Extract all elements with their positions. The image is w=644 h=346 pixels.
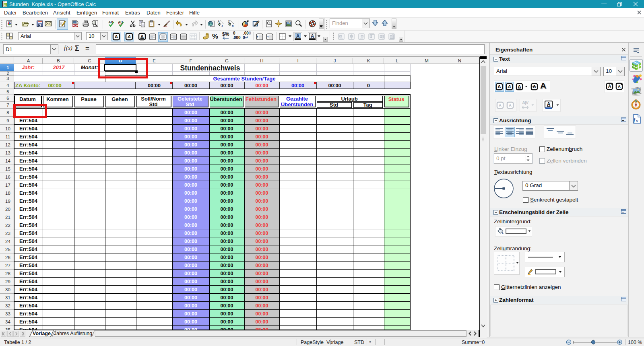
svg-text:00:00: 00:00 (184, 247, 197, 252)
svg-text:Gesammte Stunden/Tage: Gesammte Stunden/Tage (213, 76, 275, 82)
svg-text:Err:504: Err:504 (19, 142, 38, 148)
svg-text:00:00: 00:00 (256, 295, 268, 301)
svg-text:23: 23 (5, 231, 10, 236)
svg-text:00:00: 00:00 (184, 255, 197, 260)
svg-text:00:00: 00:00 (256, 166, 268, 172)
svg-text:8: 8 (6, 110, 9, 115)
svg-text:Err:504: Err:504 (19, 311, 38, 317)
svg-text:ZA Konto:: ZA Konto: (15, 82, 40, 89)
svg-text:L: L (396, 58, 398, 63)
svg-text:00:00: 00:00 (184, 214, 197, 220)
svg-text:00:00: 00:00 (184, 190, 197, 196)
svg-text:Err:504: Err:504 (19, 238, 38, 244)
svg-text:00:00: 00:00 (221, 327, 233, 330)
svg-text:Err:504: Err:504 (19, 295, 38, 301)
svg-text:00:00: 00:00 (221, 279, 233, 284)
svg-text:Err:504: Err:504 (19, 126, 38, 132)
svg-text:Err:504: Err:504 (19, 327, 38, 330)
svg-text:00:00: 00:00 (48, 82, 61, 89)
svg-text:00:00: 00:00 (184, 134, 197, 140)
svg-text:00:00: 00:00 (221, 206, 233, 212)
svg-text:00:00: 00:00 (184, 174, 197, 180)
svg-text:10: 10 (5, 126, 10, 131)
svg-text:00:00: 00:00 (184, 110, 197, 115)
svg-text:00:00: 00:00 (256, 231, 268, 236)
svg-text:A: A (497, 84, 501, 89)
svg-text:Err:504: Err:504 (19, 254, 38, 260)
svg-text:00:00: 00:00 (221, 319, 233, 325)
svg-text:1: 1 (6, 65, 9, 70)
svg-text:00:00: 00:00 (184, 206, 197, 212)
svg-text:11: 11 (6, 134, 10, 139)
svg-text:12: 12 (5, 142, 10, 147)
svg-text:00:00: 00:00 (184, 327, 197, 330)
svg-text:Pause: Pause (81, 96, 96, 102)
svg-text:00:00: 00:00 (256, 158, 268, 164)
svg-text:00:00: 00:00 (256, 327, 268, 330)
svg-text:A: A (499, 103, 502, 107)
svg-text:00:00: 00:00 (184, 222, 197, 228)
svg-text:00:00: 00:00 (256, 247, 268, 252)
svg-text:Gehen: Gehen (111, 96, 128, 102)
svg-text:19: 19 (5, 199, 10, 204)
svg-text:Status: Status (388, 96, 405, 102)
svg-text:Err:504: Err:504 (19, 134, 38, 140)
svg-text:00:00: 00:00 (184, 295, 197, 301)
svg-text:33: 33 (5, 311, 10, 316)
svg-text:00:00: 00:00 (184, 118, 197, 124)
svg-text:00:00: 00:00 (221, 126, 233, 132)
svg-text:34: 34 (5, 319, 10, 324)
svg-text:00:00: 00:00 (184, 311, 197, 317)
svg-text:Err:504: Err:504 (19, 206, 38, 212)
svg-text:N: N (635, 100, 637, 103)
svg-text:25: 25 (5, 247, 10, 252)
svg-text:26: 26 (5, 255, 10, 260)
svg-text:Monat:: Monat: (81, 64, 98, 70)
svg-text:x: x (636, 118, 638, 123)
svg-text:I: I (297, 58, 298, 63)
svg-text:00:00: 00:00 (184, 150, 197, 156)
svg-text:Err:504: Err:504 (19, 270, 38, 276)
svg-text:6: 6 (6, 96, 9, 101)
svg-text:31: 31 (5, 295, 10, 300)
svg-text:00:00: 00:00 (256, 150, 268, 156)
svg-text:J: J (334, 58, 336, 63)
svg-text:H: H (260, 58, 263, 63)
svg-text:00:00: 00:00 (184, 287, 197, 292)
svg-text:00:00: 00:00 (256, 311, 268, 317)
svg-text:00:00: 00:00 (256, 126, 268, 132)
svg-text:5: 5 (6, 89, 9, 94)
svg-text:Err:504: Err:504 (19, 182, 38, 188)
svg-text:00:00: 00:00 (184, 126, 197, 132)
svg-text:Err:504: Err:504 (19, 150, 38, 156)
svg-text:A: A (533, 84, 536, 89)
svg-text:Fehlstunden: Fehlstunden (246, 96, 277, 102)
svg-text:00:00: 00:00 (221, 158, 233, 164)
svg-text:00:00: 00:00 (221, 231, 233, 236)
svg-text:00:00: 00:00 (221, 239, 233, 244)
svg-text:00:00: 00:00 (256, 110, 268, 115)
svg-text:00:00: 00:00 (256, 239, 268, 244)
svg-text:a: a (232, 24, 234, 27)
svg-text:00:00: 00:00 (256, 142, 268, 148)
svg-text:00:00: 00:00 (221, 190, 233, 196)
svg-text:00:00: 00:00 (184, 83, 197, 89)
svg-text:00:00: 00:00 (256, 214, 268, 220)
svg-text:Err:504: Err:504 (19, 190, 38, 196)
svg-text:00:00: 00:00 (256, 190, 268, 196)
svg-text:Tag: Tag (363, 102, 372, 108)
svg-text:00:00: 00:00 (221, 295, 233, 301)
svg-text:00:00: 00:00 (256, 198, 268, 204)
svg-text:21: 21 (5, 215, 10, 220)
svg-text:28: 28 (5, 271, 10, 276)
svg-text:24: 24 (5, 239, 10, 244)
svg-text:00:00: 00:00 (256, 271, 268, 276)
svg-text:00:00: 00:00 (184, 319, 197, 325)
svg-text:00:00: 00:00 (184, 158, 197, 164)
svg-text:Gezahlte: Gezahlte (286, 96, 308, 102)
svg-text:2017: 2017 (53, 64, 65, 70)
svg-text:00:00: 00:00 (256, 303, 268, 309)
svg-text:00:00: 00:00 (256, 319, 268, 325)
svg-text:00:00: 00:00 (256, 279, 268, 284)
svg-text:A: A (140, 34, 144, 39)
